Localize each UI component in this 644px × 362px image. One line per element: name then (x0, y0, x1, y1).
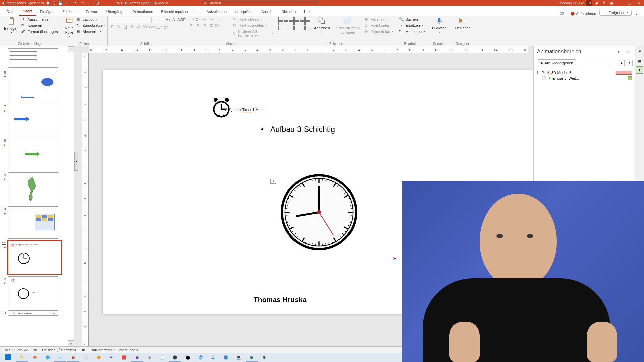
comments-button[interactable] (556, 12, 567, 16)
shadow-icon[interactable]: ab (137, 24, 142, 29)
timeline-bar[interactable] (628, 76, 632, 80)
save-icon[interactable]: 💾 (58, 1, 63, 5)
timeline-bar[interactable] (616, 71, 632, 75)
play-all-button[interactable]: ▶Alle wiedergeben (538, 59, 576, 66)
dictate-button[interactable]: Diktieren▾ (430, 17, 448, 34)
task-pane-switch-icon[interactable]: ↗ (636, 48, 643, 55)
coming-soon-icon[interactable]: ◈ (594, 1, 599, 5)
text-direction-button[interactable]: ⇅Textrichtung (232, 17, 274, 22)
tab-file[interactable]: Datei (3, 8, 19, 16)
app-icon[interactable]: 🌀 (195, 354, 207, 362)
smartart-button[interactable]: ⌬In SmartArt konvertieren (232, 29, 274, 38)
designer-button[interactable]: Designer (453, 17, 472, 30)
align-center-icon[interactable]: ≡ (195, 23, 201, 28)
designer-pane-icon[interactable]: ▦ (636, 57, 643, 64)
case-icon[interactable]: Aa (150, 24, 155, 29)
maximize-button[interactable]: ▢ (626, 1, 633, 5)
tab-insert[interactable]: Einfügen (36, 8, 58, 16)
shape-effects-button[interactable]: ◐Formeffekte (364, 29, 394, 34)
status-slide[interactable]: Folie 11 von 27 (3, 348, 28, 352)
edge-icon[interactable]: 🌊 (207, 354, 219, 362)
app-icon[interactable]: 💻 (233, 354, 245, 362)
pane-close-icon[interactable]: ✕ (625, 48, 631, 55)
animation-order-tag[interactable]: 1 (270, 179, 276, 184)
tab-help[interactable]: Hilfe (300, 8, 315, 16)
onenote-icon[interactable]: ▣ (131, 354, 143, 362)
vlc-icon[interactable]: 🔶 (93, 354, 105, 362)
tab-slideshow[interactable]: Bildschirmpräsentation (157, 8, 202, 16)
slide-thumb[interactable]: ────── (8, 206, 58, 239)
tab-draw[interactable]: Zeichnen (58, 8, 82, 16)
slide-thumb[interactable] (8, 48, 58, 68)
columns-icon[interactable]: ▥ (215, 23, 221, 28)
justify-icon[interactable]: ≣ (209, 23, 214, 28)
app-icon[interactable]: ⚙ (258, 354, 270, 362)
telegram-icon[interactable]: ✈ (144, 354, 156, 362)
autosave-toggle[interactable]: Automatisches Speichern (2, 1, 55, 5)
bold-icon[interactable]: F (110, 24, 115, 29)
status-lang[interactable]: Deutsch (Österreich) (42, 348, 76, 352)
section-button[interactable]: ▤Abschnitt (76, 29, 105, 34)
copy-button[interactable]: ⧉Kopieren (20, 23, 58, 28)
align-left-icon[interactable]: ≡ (189, 23, 194, 28)
char-spacing-icon[interactable]: AV (143, 24, 149, 29)
slide-thumb[interactable] (8, 172, 58, 204)
window-mode-icon[interactable]: ▣ (609, 1, 614, 5)
app-icon[interactable]: ⚪ (80, 354, 92, 362)
scroll-up-button[interactable]: ▲ (68, 46, 74, 52)
pane-options-icon[interactable]: ▾ (615, 48, 622, 55)
search-input[interactable]: Suchen (201, 1, 318, 5)
app-icon[interactable]: 📄 (156, 354, 168, 362)
italic-icon[interactable]: K (116, 24, 122, 29)
app-icon[interactable]: ⬤ (182, 354, 194, 362)
undo-icon[interactable]: ↶ (65, 1, 70, 5)
tab-design[interactable]: Entwurf (82, 8, 102, 16)
layout-button[interactable]: ▦Layout (76, 17, 105, 22)
move-up-button[interactable]: ▲ (619, 60, 625, 66)
app-icon[interactable]: 📘 (220, 354, 232, 362)
clock-3d-model[interactable] (280, 174, 358, 251)
font-family-input[interactable] (110, 17, 150, 23)
select-button[interactable]: ⬚Markieren (398, 29, 426, 34)
qat-customize-icon[interactable]: ⊟ (95, 1, 100, 5)
user-account[interactable]: Thomas Hruska TH (558, 0, 592, 6)
align-right-icon[interactable]: ≡ (202, 23, 207, 28)
scroll-down-button[interactable]: ▼ (68, 340, 74, 346)
share-button[interactable]: Freigeben▾ (599, 10, 632, 16)
cut-button[interactable]: ✂Ausschneiden (20, 17, 58, 22)
tab-animations[interactable]: Animationen (128, 8, 157, 16)
minimize-button[interactable]: — (616, 1, 623, 5)
line-spacing-icon[interactable]: ↕ (215, 17, 221, 22)
slide-thumb[interactable]: ⏰→♡ (8, 276, 58, 308)
numbering-icon[interactable]: ≣ (195, 17, 201, 22)
excel-icon[interactable]: ▣ (246, 354, 258, 362)
snip-icon[interactable]: ✂ (105, 354, 117, 362)
chrome-icon[interactable]: 🌐 (42, 354, 54, 362)
underline-icon[interactable]: U (123, 24, 128, 29)
redo-icon[interactable]: ↷ (73, 1, 77, 5)
start-button[interactable] (1, 354, 15, 362)
collapse-thumbs-button[interactable]: ◂ (74, 152, 78, 171)
indent-dec-icon[interactable]: ⇤ (202, 17, 207, 22)
tab-record[interactable]: Aufzeichnen (203, 8, 231, 16)
slide-author[interactable]: Thomas Hruska (254, 296, 307, 304)
quick-access-more-icon[interactable]: ⋯ (88, 1, 92, 5)
quick-styles-button[interactable]: Schnellformat- vorlagen (334, 17, 362, 34)
shape-outline-button[interactable]: ◻Formkontur (364, 23, 394, 28)
app-icon[interactable]: 🟥 (118, 354, 130, 362)
replace-button[interactable]: ↔Ersetzen (398, 23, 426, 28)
present-from-start-icon[interactable]: ▭ (80, 1, 85, 5)
animation-item[interactable]: 1 🖱 ★ 3D-Modell 5 (536, 70, 633, 75)
move-down-button[interactable]: ▼ (627, 60, 633, 66)
slide-bullet[interactable]: Aufbau 3-Schichtig (270, 125, 335, 134)
slide-title[interactable]: Aufgaben-Timer 1 Minute (225, 100, 267, 114)
slide-thumb[interactable]: ────── (8, 70, 58, 102)
decrease-font-icon[interactable]: A↓ (172, 17, 177, 23)
slide-thumb[interactable] (8, 104, 58, 136)
close-button[interactable]: ✕ (635, 1, 642, 5)
increase-font-icon[interactable]: A↑ (165, 17, 171, 23)
collapse-ribbon-icon[interactable]: ⌄ (632, 11, 641, 16)
tab-transitions[interactable]: Übergänge (102, 8, 128, 16)
highlight-icon[interactable]: ▁ (157, 24, 162, 29)
outlook-icon[interactable]: 📧 (54, 354, 66, 362)
